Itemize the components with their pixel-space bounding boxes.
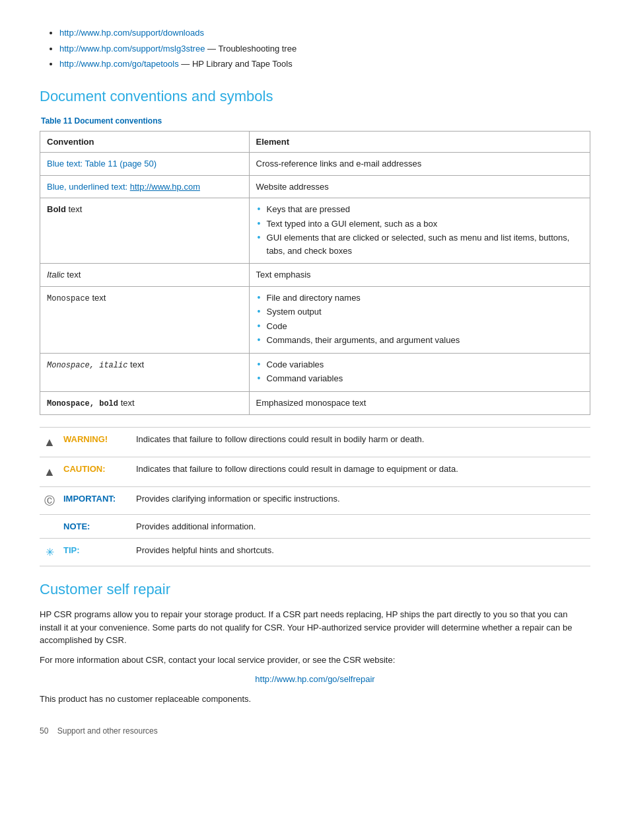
csr-paragraph-3: This product has no customer replaceable… — [40, 693, 590, 706]
table-row: Monospace, bold text Emphasized monospac… — [40, 391, 590, 414]
blue-text-label: Blue text: — [47, 159, 85, 169]
bold-bullets: Keys that are pressed Text typed into a … — [256, 203, 583, 257]
element-bold: Keys that are pressed Text typed into a … — [249, 198, 590, 264]
list-item: Code variables — [256, 358, 583, 371]
convention-blue-underline: Blue, underlined text: http://www.hp.com — [40, 175, 250, 198]
link-downloads[interactable]: http://www.hp.com/support/downloads — [59, 28, 204, 38]
conventions-table: Convention Element Blue text: Table 11 (… — [40, 131, 590, 415]
convention-blue-text: Blue text: Table 11 (page 50) — [40, 153, 250, 176]
mono-italic-bullets: Code variables Command variables — [256, 358, 583, 385]
link-mslg3stree[interactable]: http://www.hp.com/support/mslg3stree — [59, 44, 205, 54]
table-row: Bold text Keys that are pressed Text typ… — [40, 198, 590, 264]
element-blue-text: Cross-reference links and e-mail address… — [249, 153, 590, 176]
convention-mono-italic: Monospace, italic text — [40, 353, 250, 391]
list-item: Code — [256, 320, 583, 333]
tip-icon: ✳ — [40, 544, 63, 560]
tip-label: TIP: — [63, 544, 136, 557]
blue-underline-link[interactable]: http://www.hp.com — [130, 182, 200, 192]
csr-link[interactable]: http://www.hp.com/go/selfrepair — [40, 673, 590, 686]
top-link-item-2: http://www.hp.com/support/mslg3stree — T… — [59, 42, 590, 56]
top-links-list: http://www.hp.com/support/downloads http… — [40, 26, 590, 71]
warning-text: Indicates that failure to follow directi… — [136, 433, 590, 446]
list-item: File and directory names — [256, 291, 583, 305]
footer-page-number: 50 — [40, 726, 48, 736]
bold-suffix: text — [66, 204, 83, 214]
note-label: NOTE: — [63, 520, 136, 533]
element-blue-underline: Website addresses — [249, 175, 590, 198]
important-notice: Ⓒ IMPORTANT: Provides clarifying informa… — [40, 486, 590, 514]
top-link-suffix-2: — Troubleshooting tree — [207, 44, 297, 54]
doc-conventions-heading: Document conventions and symbols — [40, 85, 590, 107]
table-row: Italic text Text emphasis — [40, 264, 590, 287]
page-footer: 50 Support and other resources — [40, 725, 590, 737]
footer-page-text: Support and other resources — [57, 726, 158, 736]
csr-heading: Customer self repair — [40, 578, 590, 600]
list-item: Command variables — [256, 372, 583, 385]
table-caption: Table 11 Document conventions — [40, 115, 590, 127]
mono-bold-suffix: text — [118, 398, 135, 408]
table-row: Monospace, italic text Code variables Co… — [40, 353, 590, 391]
element-mono-bold: Emphasized monospace text — [249, 391, 590, 414]
note-notice: NOTE: Provides additional information. — [40, 514, 590, 539]
caution-text: Indicates that failure to follow directi… — [136, 463, 590, 476]
blue-underline-label: Blue, underlined text: — [47, 182, 130, 192]
top-link-item-3: http://www.hp.com/go/tapetools — HP Libr… — [59, 57, 590, 71]
list-item: Keys that are pressed — [256, 203, 583, 216]
csr-paragraph-1: HP CSR programs allow you to repair your… — [40, 608, 590, 647]
tip-notice: ✳ TIP: Provides helpful hints and shortc… — [40, 538, 590, 566]
col-header-convention: Convention — [40, 131, 250, 153]
tip-text: Provides helpful hints and shortcuts. — [136, 544, 590, 557]
mono-label: Monospace — [47, 294, 90, 303]
warning-notice: ▲ WARNING! Indicates that failure to fol… — [40, 427, 590, 457]
element-italic: Text emphasis — [249, 264, 590, 287]
important-icon: Ⓒ — [40, 492, 63, 509]
csr-paragraph-2: For more information about CSR, contact … — [40, 654, 590, 667]
important-label: IMPORTANT: — [63, 492, 136, 506]
element-mono-italic: Code variables Command variables — [249, 353, 590, 391]
csr-body: HP CSR programs allow you to repair your… — [40, 608, 590, 705]
table-row: Blue, underlined text: http://www.hp.com… — [40, 175, 590, 198]
note-icon — [40, 520, 63, 521]
top-link-suffix-3: — HP Library and Tape Tools — [181, 59, 292, 69]
link-tapetools[interactable]: http://www.hp.com/go/tapetools — [59, 59, 179, 69]
mono-bold-label: Monospace, bold — [47, 399, 118, 408]
top-link-item-1: http://www.hp.com/support/downloads — [59, 26, 590, 40]
bold-label: Bold — [47, 204, 66, 214]
mono-italic-label: Monospace, italic — [47, 361, 127, 370]
list-item: System output — [256, 305, 583, 319]
mono-suffix: text — [90, 293, 106, 303]
mono-italic-suffix: text — [127, 360, 144, 369]
warning-label: WARNING! — [63, 433, 136, 446]
convention-bold: Bold text — [40, 198, 250, 264]
csr-section: Customer self repair HP CSR programs all… — [40, 578, 590, 705]
italic-label: Italic — [47, 270, 65, 280]
italic-suffix: text — [65, 270, 81, 280]
convention-italic: Italic text — [40, 264, 250, 287]
blue-text-link[interactable]: Table 11 (page 50) — [85, 159, 157, 169]
important-text: Provides clarifying information or speci… — [136, 492, 590, 506]
caution-icon: ▲ — [40, 463, 63, 481]
list-item: Commands, their arguments, and argument … — [256, 334, 583, 347]
list-item: GUI elements that are clicked or selecte… — [256, 231, 583, 257]
table-row: Monospace text File and directory names … — [40, 286, 590, 353]
caution-label: CAUTION: — [63, 463, 136, 476]
convention-mono: Monospace text — [40, 286, 250, 353]
csr-paragraph-2-prefix: For more information about CSR, contact … — [40, 655, 395, 665]
caution-notice: ▲ CAUTION: Indicates that failure to fol… — [40, 457, 590, 486]
notices-section: ▲ WARNING! Indicates that failure to fol… — [40, 427, 590, 567]
mono-bullets: File and directory names System output C… — [256, 291, 583, 347]
warning-icon: ▲ — [40, 433, 63, 451]
col-header-element: Element — [249, 131, 590, 153]
table-row: Blue text: Table 11 (page 50) Cross-refe… — [40, 153, 590, 176]
list-item: Text typed into a GUI element, such as a… — [256, 217, 583, 231]
element-mono: File and directory names System output C… — [249, 286, 590, 353]
note-text: Provides additional information. — [136, 520, 590, 533]
convention-mono-bold: Monospace, bold text — [40, 391, 250, 414]
